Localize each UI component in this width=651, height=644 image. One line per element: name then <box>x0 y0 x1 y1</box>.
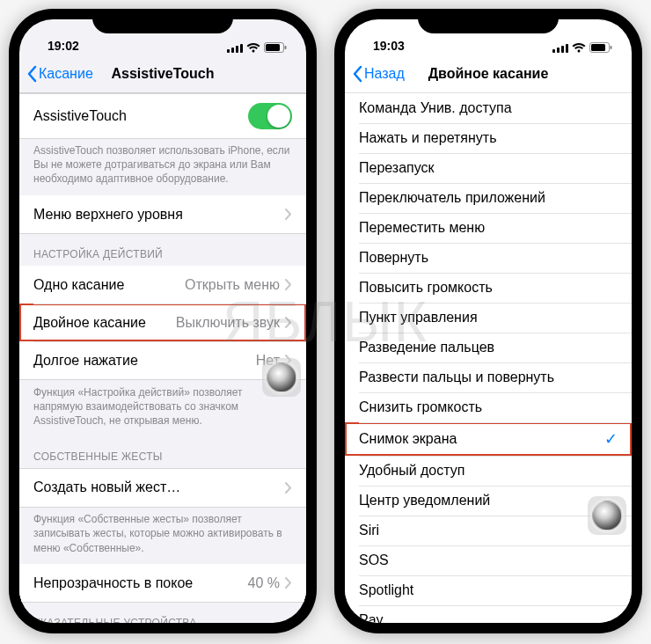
svg-rect-10 <box>566 44 568 53</box>
option-row[interactable]: Команда Унив. доступа <box>345 93 632 123</box>
nav-bar: Назад Двойное касание <box>345 55 632 93</box>
opacity-row[interactable]: Непрозрачность в покое 40 % <box>19 564 306 602</box>
option-row[interactable]: Снизить громкость <box>345 392 632 422</box>
option-label: Разведение пальцев <box>359 340 618 355</box>
option-label: Снизить громкость <box>359 399 618 415</box>
svg-rect-0 <box>227 49 230 53</box>
double-tap-value: Выключить звук <box>176 315 280 331</box>
option-label: Развести пальцы и повернуть <box>359 370 618 385</box>
top-menu-label: Меню верхнего уровня <box>33 207 285 223</box>
chevron-left-icon <box>352 65 362 83</box>
wifi-icon <box>572 43 586 53</box>
status-time: 19:02 <box>39 39 79 53</box>
option-label: Удобный доступ <box>359 463 618 479</box>
chevron-right-icon <box>285 577 292 589</box>
svg-rect-9 <box>561 46 564 53</box>
svg-rect-12 <box>591 44 605 51</box>
chevron-right-icon <box>285 279 292 290</box>
svg-rect-2 <box>236 46 238 53</box>
option-row[interactable]: Повернуть <box>345 243 632 273</box>
option-label: SOS <box>359 553 618 568</box>
back-label: Назад <box>364 66 405 82</box>
toggle-switch[interactable] <box>248 103 292 129</box>
double-tap-row[interactable]: Двойное касание Выключить звук <box>19 304 306 341</box>
pointer-header: УКАЗАТЕЛЬНЫЕ УСТРОЙСТВА <box>19 603 306 623</box>
nav-bar: Касание AssistiveTouch <box>19 55 306 93</box>
option-label: Повернуть <box>359 250 618 266</box>
cellular-icon <box>552 43 568 53</box>
option-row[interactable]: Удобный доступ <box>345 456 632 486</box>
screen-left: 19:02 Касание AssistiveTouch <box>19 19 306 623</box>
assistivetouch-toggle-row[interactable]: AssistiveTouch <box>19 94 306 138</box>
back-button[interactable]: Касание <box>26 65 93 83</box>
back-label: Касание <box>39 66 93 82</box>
option-label: Повысить громкость <box>359 280 618 296</box>
option-label: Siri <box>359 523 618 538</box>
svg-rect-6 <box>285 46 287 49</box>
chevron-right-icon <box>285 482 292 494</box>
assistivetouch-button[interactable] <box>588 496 626 535</box>
toggle-label: AssistiveTouch <box>33 108 248 124</box>
options-list[interactable]: Команда Унив. доступаНажать и перетянуть… <box>345 93 632 623</box>
opacity-label: Непрозрачность в покое <box>33 575 248 591</box>
option-row[interactable]: Переместить меню <box>345 213 632 243</box>
svg-rect-1 <box>231 48 234 53</box>
new-gesture-label: Создать новый жест… <box>33 479 285 495</box>
status-time: 19:03 <box>364 39 405 53</box>
option-label: Команда Унив. доступа <box>359 100 618 116</box>
svg-rect-7 <box>552 49 555 53</box>
wifi-icon <box>246 43 260 53</box>
content-scroll[interactable]: AssistiveTouch AssistiveTouch позволяет … <box>19 93 306 623</box>
actions-header: НАСТРОЙКА ДЕЙСТВИЙ <box>19 234 306 266</box>
phone-right: 19:03 Назад Двойное касание Команда Унив… <box>334 9 642 633</box>
screen-right: 19:03 Назад Двойное касание Команда Унив… <box>345 19 632 623</box>
option-row[interactable]: Нажать и перетянуть <box>345 123 632 153</box>
assistivetouch-button[interactable] <box>262 358 301 397</box>
option-label: Пункт управления <box>359 310 618 326</box>
option-row[interactable]: Pay <box>345 605 632 623</box>
option-row[interactable]: Повысить громкость <box>345 273 632 303</box>
option-row[interactable]: SOS <box>345 545 632 575</box>
gestures-footer: Функция «Собственные жесты» позволяет за… <box>19 507 306 564</box>
back-button[interactable]: Назад <box>352 65 405 83</box>
chevron-left-icon <box>26 65 37 83</box>
option-row[interactable]: Развести пальцы и повернуть <box>345 362 632 392</box>
status-bar: 19:03 <box>345 19 632 55</box>
svg-rect-13 <box>611 46 612 49</box>
svg-rect-5 <box>266 44 280 51</box>
single-tap-value: Открыть меню <box>185 277 280 293</box>
status-indicators <box>552 42 612 53</box>
option-label: Снимок экрана <box>359 431 604 447</box>
nav-title: Двойное касание <box>428 66 549 82</box>
option-label: Нажать и перетянуть <box>359 130 618 146</box>
option-row[interactable]: Пункт управления <box>345 303 632 333</box>
new-gesture-row[interactable]: Создать новый жест… <box>19 469 306 507</box>
option-label: Переключатель приложений <box>359 190 618 206</box>
option-row[interactable]: Разведение пальцев <box>345 333 632 362</box>
assistivetouch-icon <box>592 501 622 531</box>
option-label: Pay <box>359 612 618 623</box>
option-row[interactable]: Снимок экрана✓ <box>345 422 632 456</box>
long-press-label: Долгое нажатие <box>33 353 256 369</box>
top-menu-row[interactable]: Меню верхнего уровня <box>19 195 306 233</box>
option-row[interactable]: Spotlight <box>345 575 632 605</box>
single-tap-row[interactable]: Одно касание Открыть меню <box>19 266 306 304</box>
option-row[interactable]: Переключатель приложений <box>345 183 632 213</box>
battery-icon <box>589 42 612 53</box>
chevron-right-icon <box>285 209 292 220</box>
battery-icon <box>264 42 287 53</box>
chevron-right-icon <box>285 317 292 328</box>
toggle-description: AssistiveTouch позволяет использовать iP… <box>19 138 306 195</box>
opacity-value: 40 % <box>248 575 280 591</box>
option-row[interactable]: Перезапуск <box>345 153 632 183</box>
option-label: Переместить меню <box>359 220 618 236</box>
option-label: Перезапуск <box>359 160 618 176</box>
svg-rect-3 <box>240 44 243 53</box>
svg-rect-8 <box>557 48 560 53</box>
status-bar: 19:02 <box>19 19 306 55</box>
phone-left: 19:02 Касание AssistiveTouch <box>9 9 317 633</box>
double-tap-label: Двойное касание <box>33 315 176 331</box>
gestures-header: СОБСТВЕННЫЕ ЖЕСТЫ <box>19 436 306 468</box>
nav-title: AssistiveTouch <box>111 66 214 82</box>
option-label: Spotlight <box>359 582 618 598</box>
